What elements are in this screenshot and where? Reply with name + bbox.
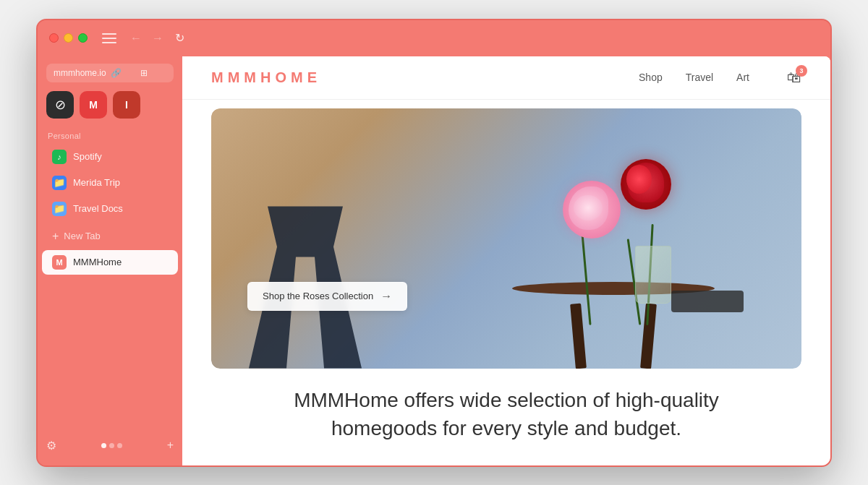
- site-nav-links: Shop Travel Art 🛍 3: [639, 69, 801, 86]
- blocked-app-icon[interactable]: ⊘: [46, 91, 74, 119]
- vase-group: [635, 246, 671, 304]
- gmail-app-icon[interactable]: M: [80, 91, 107, 119]
- mmmhome-tab-icon: M: [52, 255, 67, 270]
- art-nav-link[interactable]: Art: [736, 72, 749, 83]
- cta-button-label: Shop the Roses Collection: [263, 291, 373, 301]
- spotify-icon: ♪: [52, 150, 67, 164]
- dot-1: [101, 443, 106, 448]
- title-bar: ← → ↻: [38, 20, 830, 56]
- personal-section-label: Personal: [38, 132, 182, 140]
- url-bar[interactable]: mmmhome.io 🔗 ⊞: [46, 64, 174, 82]
- back-button[interactable]: ←: [128, 33, 144, 44]
- description-line-2: homegoods for every style and budget.: [331, 417, 681, 439]
- hero-background: Shop the Roses Collection →: [211, 108, 801, 369]
- bookmark-icon: ⊞: [140, 68, 166, 78]
- instapaper-icon: I: [125, 99, 128, 111]
- instapaper-app-icon[interactable]: I: [113, 91, 140, 119]
- dark-red-rose: [621, 159, 671, 210]
- gmail-icon: M: [89, 99, 98, 111]
- new-tab-button[interactable]: + New Tab: [42, 226, 178, 247]
- maximize-button[interactable]: [78, 33, 88, 43]
- plus-icon: +: [52, 231, 59, 242]
- pink-flower: [563, 181, 621, 239]
- spotify-label: Spotify: [73, 151, 102, 162]
- site-navigation: MMMHOME Shop Travel Art 🛍 3: [182, 56, 830, 100]
- sidebar-bottom: ⚙ +: [38, 433, 182, 458]
- cart-button[interactable]: 🛍 3: [787, 69, 801, 86]
- traffic-lights: [49, 33, 88, 43]
- navigation-controls: ← → ↻: [128, 33, 187, 44]
- sidebar-item-merida-trip[interactable]: 📁 Merida Trip: [42, 171, 178, 195]
- travel-docs-folder-icon: 📁: [52, 202, 67, 216]
- browser-window: ← → ↻ mmmhome.io 🔗 ⊞ ⊘ M: [36, 19, 832, 467]
- keyboard-decoration: [671, 291, 744, 312]
- link-icon: 🔗: [111, 68, 137, 78]
- sidebar-item-mmmhome[interactable]: M MMMHome: [42, 250, 178, 275]
- description-text: MMMHome offers wide selection of high-qu…: [211, 386, 801, 442]
- shop-roses-button[interactable]: Shop the Roses Collection →: [247, 282, 407, 311]
- merida-trip-label: Merida Trip: [73, 177, 120, 188]
- shop-nav-link[interactable]: Shop: [639, 72, 663, 83]
- cart-badge: 3: [796, 65, 807, 77]
- dot-2: [109, 443, 114, 448]
- sidebar-item-travel-docs[interactable]: 📁 Travel Docs: [42, 197, 178, 221]
- new-tab-label: New Tab: [64, 231, 100, 241]
- refresh-button[interactable]: ↻: [171, 33, 187, 44]
- browser-content: mmmhome.io 🔗 ⊞ ⊘ M I Personal ♪: [38, 56, 830, 465]
- dot-3: [117, 443, 122, 448]
- cta-overlay: Shop the Roses Collection →: [247, 282, 407, 311]
- forward-button[interactable]: →: [150, 33, 166, 44]
- hero-description: MMMHome offers wide selection of high-qu…: [182, 369, 830, 442]
- sidebar: mmmhome.io 🔗 ⊞ ⊘ M I Personal ♪: [38, 56, 182, 465]
- add-tab-icon[interactable]: +: [167, 439, 174, 452]
- webpage: MMMHOME Shop Travel Art 🛍 3: [182, 56, 830, 465]
- page-dots: [101, 443, 122, 448]
- vase: [635, 246, 671, 304]
- cta-arrow-icon: →: [380, 290, 392, 303]
- minimize-button[interactable]: [64, 33, 73, 43]
- blocked-icon: ⊘: [55, 97, 66, 113]
- site-logo: MMMHOME: [211, 69, 639, 86]
- close-button[interactable]: [49, 33, 59, 43]
- app-icons-row: ⊘ M I: [38, 91, 182, 119]
- url-text: mmmhome.io: [54, 68, 106, 78]
- merida-trip-folder-icon: 📁: [52, 176, 67, 190]
- travel-docs-label: Travel Docs: [73, 203, 123, 214]
- chair-decoration: [211, 166, 399, 369]
- mmmhome-tab-label: MMMHome: [73, 257, 122, 267]
- hero-section: Shop the Roses Collection → MMMHome offe…: [182, 100, 830, 465]
- description-line-1: MMMHome offers wide selection of high-qu…: [294, 389, 719, 411]
- sidebar-toggle-button[interactable]: [102, 33, 116, 43]
- hero-image: Shop the Roses Collection →: [211, 108, 801, 369]
- sidebar-item-spotify[interactable]: ♪ Spotify: [42, 145, 178, 169]
- travel-nav-link[interactable]: Travel: [686, 72, 713, 83]
- settings-icon[interactable]: ⚙: [46, 439, 56, 452]
